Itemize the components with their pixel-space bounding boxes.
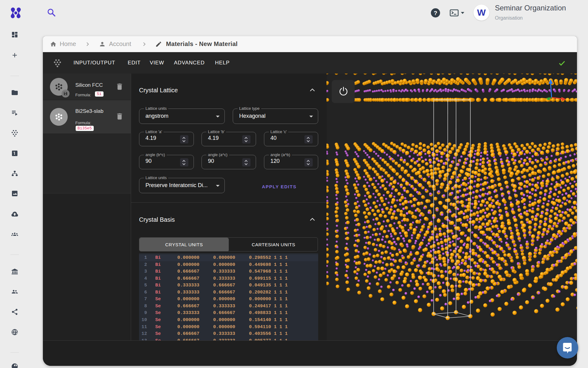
svg-text:?: ? <box>434 10 437 16</box>
